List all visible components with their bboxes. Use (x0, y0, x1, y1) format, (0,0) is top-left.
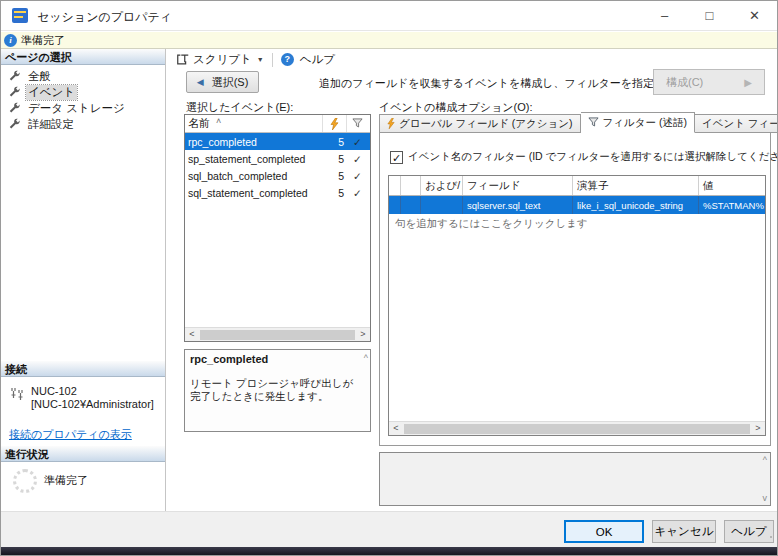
cancel-button[interactable]: キャンセル (652, 520, 716, 543)
app-icon (12, 8, 28, 23)
row-selector-header (389, 176, 401, 195)
filter-tab-panel: ✓ イベント名のフィルター (ID でフィルターを適用するには選択解除してくださ… (379, 132, 771, 446)
filter-operator-cell[interactable]: like_i_sql_unicode_string (573, 196, 699, 214)
tab-filter-predicate[interactable]: フィルター (述語) (581, 112, 695, 133)
maximize-button[interactable]: □ (687, 1, 732, 31)
title-bar[interactable]: セッションのプロパティ – □ ✕ (1, 1, 777, 31)
event-description-title: rpc_completed (190, 353, 356, 365)
info-icon: i (4, 34, 17, 47)
back-arrow-icon: ◀ (197, 77, 204, 87)
scrollbar-thumb[interactable] (404, 424, 750, 434)
selected-events-table: 名前 ˄ rpc_completed 5 ✓ sp_statement_comp… (184, 114, 371, 342)
actions-column-header[interactable] (323, 115, 347, 132)
scroll-up-icon[interactable]: ^ (364, 353, 368, 363)
table-row[interactable]: sql_statement_completed 5 ✓ (185, 184, 370, 201)
sidebar-item-events[interactable]: イベント (1, 84, 165, 100)
andor-header: および/ま (421, 176, 463, 195)
value-header: 値 (699, 176, 765, 195)
connection-header: 接続 (1, 361, 165, 377)
session-properties-dialog: セッションのプロパティ – □ ✕ i 準備完了 ページの選択 全般 イベント … (0, 0, 778, 556)
add-clause-hint[interactable]: 句を追加するにはここをクリックします (389, 214, 765, 231)
server-account: [NUC-102¥Administrator] (31, 398, 154, 411)
options-tabs: グローバル フィールド (アクション) フィルター (述語) イベント フィール… (379, 112, 778, 133)
field-header: フィールド (463, 176, 573, 195)
toolbar: スクリプト ▼ ? ヘルプ (167, 49, 778, 70)
filter-funnel-icon (352, 118, 363, 129)
table-row[interactable]: sql_batch_completed 5 ✓ (185, 167, 370, 184)
blank-header (401, 176, 421, 195)
filter-value-cell[interactable]: %STATMAN% (699, 196, 765, 214)
name-column-header[interactable]: 名前 ˄ (185, 115, 323, 132)
wrench-icon (8, 86, 22, 99)
sidebar-item-advanced[interactable]: 詳細設定 (1, 116, 165, 132)
window-title: セッションのプロパティ (37, 9, 172, 26)
check-icon: ✓ (347, 187, 368, 199)
script-button[interactable]: スクリプト ▼ (173, 51, 267, 68)
lightning-icon (330, 118, 339, 130)
scroll-left-icon[interactable]: < (389, 422, 403, 435)
status-strip: i 準備完了 (1, 32, 777, 49)
scroll-right-icon[interactable]: > (751, 422, 765, 435)
main-panel: スクリプト ▼ ? ヘルプ ◀ 選択(S) 追加のフィールドを収集するイベントを… (167, 49, 778, 511)
wrench-icon (8, 70, 22, 83)
filter-funnel-icon (588, 117, 599, 128)
minimize-button[interactable]: – (642, 1, 687, 31)
server-connection-icon (9, 385, 27, 411)
page-select-header: ページの選択 (1, 49, 165, 65)
help-button[interactable]: ? ヘルプ (278, 51, 341, 68)
ok-button[interactable]: OK (564, 520, 644, 543)
sidebar-item-data-storage[interactable]: データ ストレージ (1, 100, 165, 116)
forward-arrow-icon: ▶ (744, 77, 752, 88)
filter-description-box: ^ v (379, 452, 771, 506)
progress-spinner-icon (13, 469, 37, 493)
event-name-filter-checkbox[interactable]: ✓ (390, 151, 403, 164)
events-table-header[interactable]: 名前 ˄ (185, 115, 370, 133)
grid-horizontal-scrollbar[interactable]: < > (389, 421, 765, 435)
configure-button[interactable]: 構成(C) ▶ (653, 69, 765, 95)
view-connection-properties-link[interactable]: 接続のプロパティの表示 (9, 427, 132, 442)
selected-events-label: 選択したイベント(E): (186, 100, 293, 115)
scroll-up-icon[interactable]: ^ (763, 455, 767, 465)
bottom-edge (1, 547, 777, 555)
server-name: NUC-102 (31, 385, 154, 398)
sidebar: ページの選択 全般 イベント データ ストレージ 詳細設定 接続 (1, 49, 166, 511)
toolbar-separator (272, 53, 273, 67)
help-icon: ? (281, 53, 294, 66)
event-description-text: リモート プロシージャ呼び出しが完了したときに発生します。 (190, 377, 356, 403)
footer: OK キャンセル ヘルプ (1, 511, 777, 549)
close-button[interactable]: ✕ (732, 1, 777, 31)
table-row[interactable]: sp_statement_completed 5 ✓ (185, 150, 370, 167)
tab-global-fields[interactable]: グローバル フィールド (アクション) (379, 114, 581, 133)
filter-column-header[interactable] (347, 115, 368, 132)
event-description-panel: rpc_completed リモート プロシージャ呼び出しが完了したときに発生し… (184, 349, 371, 432)
filter-grid: および/ま フィールド 演算子 値 sqlserver.sql_text lik… (388, 175, 766, 436)
filter-field-cell[interactable]: sqlserver.sql_text (463, 196, 573, 214)
sort-asc-icon: ˄ (216, 116, 221, 126)
scroll-right-icon[interactable]: > (356, 328, 370, 341)
script-icon (176, 53, 190, 66)
select-button[interactable]: ◀ 選択(S) (186, 71, 259, 93)
progress-header: 進行状況 (1, 446, 165, 462)
filter-grid-header: および/ま フィールド 演算子 値 (389, 176, 765, 196)
check-icon: ✓ (347, 136, 368, 148)
check-icon: ✓ (347, 153, 368, 165)
scroll-left-icon[interactable]: < (185, 328, 199, 341)
chevron-down-icon: ▼ (257, 56, 264, 63)
table-row[interactable]: rpc_completed 5 ✓ (185, 133, 370, 150)
events-horizontal-scrollbar[interactable]: < > (185, 327, 370, 341)
scroll-down-icon[interactable]: v (763, 493, 768, 503)
check-icon: ✓ (347, 170, 368, 182)
sidebar-item-general[interactable]: 全般 (1, 68, 165, 84)
operator-header: 演算子 (573, 176, 699, 195)
status-text: 準備完了 (21, 33, 65, 48)
filter-clause-row[interactable]: sqlserver.sql_text like_i_sql_unicode_st… (389, 196, 765, 214)
wrench-icon (8, 102, 22, 115)
wrench-icon (8, 118, 22, 131)
lightning-icon (387, 118, 395, 129)
tab-event-fields[interactable]: イベント フィールド (695, 114, 778, 133)
page-list: 全般 イベント データ ストレージ 詳細設定 (1, 65, 165, 132)
scrollbar-thumb[interactable] (200, 330, 355, 340)
progress-status: 準備完了 (13, 469, 88, 493)
event-name-filter-label: イベント名のフィルター (ID でフィルターを適用するには選択解除してください)… (408, 150, 778, 164)
connection-info: NUC-102 [NUC-102¥Administrator] (1, 379, 165, 411)
